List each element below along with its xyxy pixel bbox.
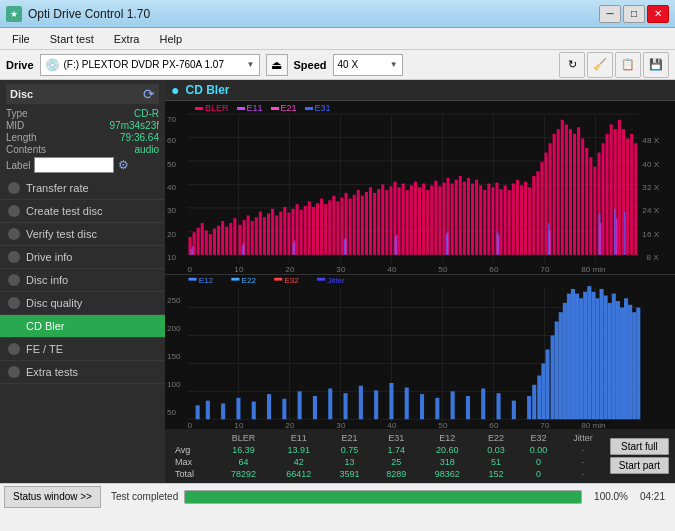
svg-rect-139 bbox=[606, 134, 609, 255]
svg-rect-233 bbox=[563, 303, 567, 419]
progress-bar-inner bbox=[185, 491, 581, 503]
svg-rect-251 bbox=[636, 308, 640, 420]
svg-rect-142 bbox=[618, 120, 621, 255]
nav-extra-tests[interactable]: Extra tests bbox=[0, 361, 165, 384]
svg-rect-145 bbox=[630, 134, 633, 255]
svg-rect-58 bbox=[275, 215, 278, 254]
svg-rect-157 bbox=[624, 212, 626, 255]
status-window-button[interactable]: Status window >> bbox=[4, 486, 101, 508]
disc-refresh-icon[interactable]: ⟳ bbox=[143, 86, 155, 102]
svg-rect-89 bbox=[402, 184, 405, 255]
svg-rect-55 bbox=[263, 217, 266, 255]
svg-rect-83 bbox=[377, 189, 380, 255]
status-progress-area: Test completed 100.0% 04:21 bbox=[105, 490, 675, 504]
svg-text:100: 100 bbox=[167, 380, 181, 389]
speed-select[interactable]: 40 X ▼ bbox=[333, 54, 403, 76]
nav-fe-te-label: FE / TE bbox=[26, 343, 63, 355]
start-part-button[interactable]: Start part bbox=[610, 457, 669, 474]
svg-rect-46 bbox=[225, 227, 228, 255]
svg-text:200: 200 bbox=[167, 325, 181, 334]
nav-create-test-disc[interactable]: Create test disc bbox=[0, 200, 165, 223]
svg-rect-110 bbox=[487, 184, 490, 255]
start-full-button[interactable]: Start full bbox=[610, 438, 669, 455]
svg-text:8 X: 8 X bbox=[646, 254, 659, 263]
svg-rect-220 bbox=[451, 392, 455, 420]
svg-rect-101 bbox=[451, 184, 454, 255]
nav-disc-info-icon bbox=[8, 274, 20, 286]
svg-rect-121 bbox=[532, 176, 535, 255]
svg-rect-40 bbox=[201, 223, 204, 255]
save-button[interactable]: 💾 bbox=[643, 52, 669, 78]
legend-e31-dot bbox=[305, 107, 313, 110]
svg-rect-80 bbox=[365, 192, 368, 255]
nav-disc-quality-label: Disc quality bbox=[26, 297, 82, 309]
label-settings-icon[interactable]: ⚙ bbox=[118, 158, 129, 172]
avg-bler: 16.39 bbox=[216, 444, 271, 456]
svg-rect-71 bbox=[328, 200, 331, 254]
drive-bar: Drive 💿 (F:) PLEXTOR DVDR PX-760A 1.07 ▼… bbox=[0, 50, 675, 80]
progress-percent: 100.0% bbox=[588, 491, 628, 502]
svg-text:16 X: 16 X bbox=[642, 230, 660, 239]
type-val: CD-R bbox=[134, 108, 159, 119]
top-chart-svg: 10 20 30 40 50 60 70 8 X 16 X 24 X 32 X … bbox=[165, 101, 675, 274]
svg-rect-221 bbox=[466, 396, 470, 419]
svg-text:40 X: 40 X bbox=[642, 160, 660, 169]
erase-button[interactable]: 🧹 bbox=[587, 52, 613, 78]
max-e22: 51 bbox=[475, 456, 518, 468]
svg-rect-69 bbox=[320, 199, 323, 255]
svg-rect-54 bbox=[259, 212, 262, 255]
svg-rect-244 bbox=[608, 303, 612, 419]
drive-label: Drive bbox=[6, 59, 34, 71]
col-header-e12: E12 bbox=[420, 432, 475, 444]
nav-transfer-rate[interactable]: Transfer rate bbox=[0, 177, 165, 200]
maximize-button[interactable]: □ bbox=[623, 5, 645, 23]
chart-header: ● CD Bler bbox=[165, 80, 675, 101]
nav-verify-test-disc[interactable]: Verify test disc bbox=[0, 223, 165, 246]
close-button[interactable]: ✕ bbox=[647, 5, 669, 23]
svg-rect-166 bbox=[600, 223, 602, 255]
menu-file[interactable]: File bbox=[4, 31, 38, 47]
svg-rect-96 bbox=[430, 185, 433, 254]
drive-select[interactable]: 💿 (F:) PLEXTOR DVDR PX-760A 1.07 ▼ bbox=[40, 54, 260, 76]
nav-disc-info-label: Disc info bbox=[26, 274, 68, 286]
svg-rect-102 bbox=[455, 180, 458, 255]
svg-rect-206 bbox=[236, 398, 240, 419]
label-input[interactable] bbox=[34, 157, 114, 173]
svg-rect-217 bbox=[405, 388, 409, 420]
max-e11: 42 bbox=[271, 456, 326, 468]
col-header-e22: E22 bbox=[475, 432, 518, 444]
menu-help[interactable]: Help bbox=[151, 31, 190, 47]
nav-fe-te-icon bbox=[8, 343, 20, 355]
drive-dropdown-arrow: ▼ bbox=[247, 60, 255, 69]
svg-rect-231 bbox=[555, 322, 559, 420]
svg-rect-250 bbox=[632, 313, 636, 420]
minimize-button[interactable]: ─ bbox=[599, 5, 621, 23]
stats-row-total: Total 78292 66412 3591 8289 98362 152 0 … bbox=[171, 468, 606, 480]
svg-rect-133 bbox=[581, 139, 584, 255]
nav-disc-quality[interactable]: Disc quality bbox=[0, 292, 165, 315]
svg-rect-88 bbox=[398, 187, 401, 255]
total-e32: 0 bbox=[517, 468, 560, 480]
svg-rect-219 bbox=[435, 398, 439, 419]
svg-rect-70 bbox=[324, 204, 327, 255]
svg-rect-216 bbox=[389, 383, 393, 419]
nav-fe-te[interactable]: FE / TE bbox=[0, 338, 165, 361]
svg-text:E22: E22 bbox=[242, 277, 256, 286]
refresh-button[interactable]: ↻ bbox=[559, 52, 585, 78]
eject-button[interactable]: ⏏ bbox=[266, 54, 288, 76]
svg-rect-57 bbox=[271, 209, 274, 255]
menu-extra[interactable]: Extra bbox=[106, 31, 148, 47]
svg-rect-234 bbox=[567, 294, 571, 420]
svg-rect-224 bbox=[512, 401, 516, 420]
legend-bler: BLER bbox=[205, 103, 229, 113]
svg-rect-246 bbox=[616, 302, 620, 420]
svg-rect-124 bbox=[544, 153, 547, 255]
nav-disc-info[interactable]: Disc info bbox=[0, 269, 165, 292]
app-title: Opti Drive Control 1.70 bbox=[28, 7, 150, 21]
max-e32: 0 bbox=[517, 456, 560, 468]
copy-button[interactable]: 📋 bbox=[615, 52, 641, 78]
menu-start-test[interactable]: Start test bbox=[42, 31, 102, 47]
nav-cd-bler[interactable]: CD Bler bbox=[0, 315, 165, 338]
nav-extra-tests-label: Extra tests bbox=[26, 366, 78, 378]
nav-drive-info[interactable]: Drive info bbox=[0, 246, 165, 269]
